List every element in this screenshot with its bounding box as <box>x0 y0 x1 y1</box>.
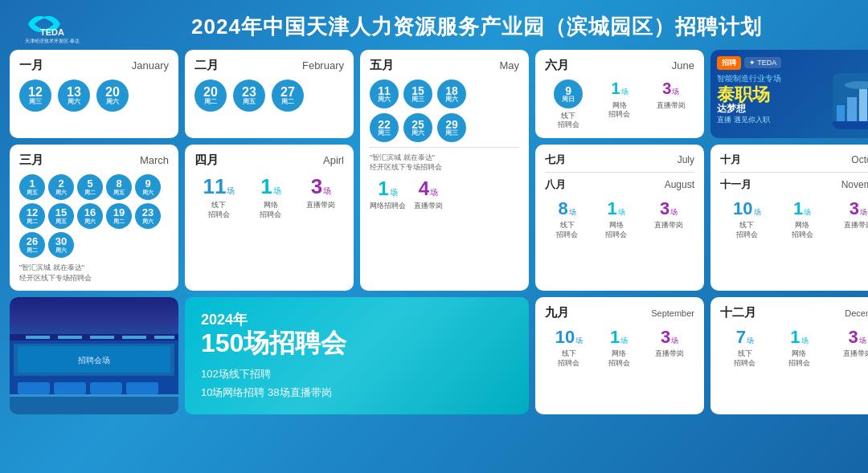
banner-title: 泰职场 达梦想 <box>717 86 781 113</box>
main-grid: 一月 January 12周三 13周六 20周六 二月 February 20… <box>0 50 868 422</box>
nov-live: 3 场 直播带岗 <box>844 198 868 239</box>
aug-events: 8 场 线下招聘会 1 场 网络招聘会 3 场 直播带岗 <box>545 198 694 239</box>
dec-live: 3 场 直播带岗 <box>843 327 868 368</box>
nov-month-cn: 十一月 <box>720 177 751 192</box>
banner-tag: 智能制造行业专场 <box>717 73 781 84</box>
dec-offline: 7 场 线下招聘会 <box>734 327 755 368</box>
mar-d5: 5周二 <box>77 174 103 200</box>
banner-platform: 招聘 <box>717 56 741 70</box>
dec-month-en: December <box>845 308 868 318</box>
jan-date-20: 20周六 <box>96 80 129 112</box>
mar-d26: 26周二 <box>19 232 45 258</box>
mar-d1: 1周五 <box>19 174 45 200</box>
may-month-cn: 五月 <box>370 58 394 73</box>
march-card: 三月 March 1周五 2周六 5周二 8周五 9周六 12周二 15周五 1… <box>10 145 178 291</box>
september-card: 九月 September 10 场 线下招聘会 1 场 网络招聘会 3 <box>535 297 704 414</box>
svg-rect-15 <box>154 336 174 339</box>
mar-d23: 23周六 <box>135 203 161 229</box>
aug-offline: 8 场 线下招聘会 <box>556 198 578 239</box>
svg-rect-17 <box>18 382 50 394</box>
mar-dates: 1周五 2周六 5周二 8周五 9周六 12周二 15周五 16周六 19周二 … <box>19 174 169 258</box>
banner-image <box>833 73 868 129</box>
feb-month-cn: 二月 <box>194 58 219 73</box>
svg-rect-18 <box>54 382 86 394</box>
dec-events: 7 场 线下招聘会 1 场 网络招聘会 3 场 直播带岗 <box>720 327 868 368</box>
mar-d8: 8周五 <box>106 174 132 200</box>
may-special-text: "智汇滨城 就在泰达"经开区线下专场招聘会 <box>370 153 519 173</box>
may-month-en: May <box>499 59 519 71</box>
january-card: 一月 January 12周三 13周六 20周六 <box>10 50 178 138</box>
jan-month-en: January <box>132 59 169 71</box>
december-card: 十二月 December 7 场 线下招聘会 1 场 网络招聘会 3 <box>710 297 868 414</box>
nov-month-en: November <box>841 179 868 190</box>
svg-text:TEDA: TEDA <box>40 27 64 37</box>
apr-month-cn: 四月 <box>194 153 219 168</box>
sep-live: 3 场 直播带岗 <box>655 327 684 368</box>
mar-month-en: March <box>140 154 169 166</box>
mar-d2: 2周六 <box>48 174 74 200</box>
nov-offline: 10 场 线下招聘会 <box>733 198 760 239</box>
apr-online: 1 场 网络招聘会 <box>260 174 281 219</box>
mar-d15: 15周五 <box>48 203 74 229</box>
sep-events: 10 场 线下招聘会 1 场 网络招聘会 3 场 直播带岗 <box>545 327 694 368</box>
svg-text:招聘会场: 招聘会场 <box>77 356 110 365</box>
mar-month-cn: 三月 <box>19 153 43 168</box>
jan-bubbles: 12周三 13周六 20周六 <box>19 80 169 112</box>
apr-events: 11 场 线下招聘会 1 场 网络招聘会 3 场 直播带岗 <box>194 174 344 219</box>
apr-month-en: Apirl <box>323 154 344 166</box>
building-image-card: 招聘会场 <box>10 297 178 414</box>
apr-offline: 11 场 线下招聘会 <box>203 174 235 219</box>
svg-rect-25 <box>10 394 178 397</box>
sep-online: 1 场 网络招聘会 <box>608 327 630 368</box>
mar-d12: 12周二 <box>19 203 45 229</box>
may-date-29: 29周三 <box>437 113 466 142</box>
may-date-25: 25周六 <box>403 113 432 142</box>
feb-date-27: 27周二 <box>272 80 304 112</box>
june-offline: 9周日 线下招聘会 <box>554 80 583 130</box>
june-events: 9周日 线下招聘会 1 场 网络招聘会 3 场 直播带岗 <box>545 80 694 130</box>
svg-rect-19 <box>90 382 122 394</box>
mar-d30: 30周六 <box>48 232 74 258</box>
summary-count: 150场招聘会 <box>201 329 513 357</box>
apr-live: 3 场 直播带岗 <box>306 174 335 219</box>
page-header: TEDA 天津经济技术开发区-泰达 2024年中国天津人力资源服务产业园（滨城园… <box>0 0 868 50</box>
summary-card: 2024年 150场招聘会 102场线下招聘 10场网络招聘 38场直播带岗 <box>185 297 529 414</box>
julaug-card: 七月 July 八月 August 8 场 线下招聘会 1 场 网络招聘会 <box>535 145 704 291</box>
may-events: 1 场 网络招聘会 4 场 直播带岗 <box>370 177 519 211</box>
june-live: 3 场 直播带岗 <box>657 80 686 130</box>
jun-month-en: June <box>672 59 694 71</box>
june-online: 1 场 网络招聘会 <box>608 80 630 130</box>
svg-rect-12 <box>58 336 82 339</box>
oct-month-en: October <box>851 154 868 165</box>
svg-rect-14 <box>122 336 146 339</box>
building-svg: 招聘会场 <box>10 334 178 414</box>
feb-bubbles: 20周二 23周五 27周二 <box>194 80 344 112</box>
feb-month-en: February <box>302 59 344 71</box>
svg-rect-13 <box>90 336 114 339</box>
nov-events: 10 场 线下招聘会 1 场 网络招聘会 3 场 直播带岗 <box>720 198 868 239</box>
nov-online: 1 场 网络招聘会 <box>792 198 813 239</box>
may-date-22: 22周三 <box>370 113 399 142</box>
banner-partner: ✦ TEDA <box>744 57 781 68</box>
mar-d19: 19周二 <box>106 203 132 229</box>
mar-subtext: "智汇滨城 就在泰达"经开区线下专场招聘会 <box>19 263 169 283</box>
banner-card: 招聘 ✦ TEDA 智能制造行业专场 泰职场 达梦想 直播 遇见你入职 <box>710 50 868 138</box>
april-card: 四月 Apirl 11 场 线下招聘会 1 场 网络招聘会 3 <box>185 145 354 291</box>
octnov-card: 十月 October 十一月 November 10 场 线下招聘会 1 场 网… <box>710 145 868 291</box>
aug-month-cn: 八月 <box>545 177 566 192</box>
jan-date-12: 12周三 <box>19 80 51 112</box>
oct-month-cn: 十月 <box>720 153 741 167</box>
jun-month-cn: 六月 <box>545 58 569 73</box>
jul-month-en: July <box>678 154 694 165</box>
jan-month-cn: 一月 <box>19 58 43 73</box>
svg-rect-7 <box>833 121 868 129</box>
may-event-live: 4 场 直播带岗 <box>414 177 443 211</box>
banner-desc: 直播 遇见你入职 <box>717 115 781 125</box>
jan-date-13: 13周六 <box>58 80 90 112</box>
feb-date-20: 20周二 <box>194 80 227 112</box>
svg-rect-11 <box>26 336 50 339</box>
may-date-15: 15周三 <box>403 80 432 108</box>
feb-date-23: 23周五 <box>233 80 265 112</box>
may-card: 五月 May 11周六 15周三 18周六 22周三 25周六 29周三 <box>360 50 529 292</box>
summary-year: 2024年 <box>201 310 513 329</box>
